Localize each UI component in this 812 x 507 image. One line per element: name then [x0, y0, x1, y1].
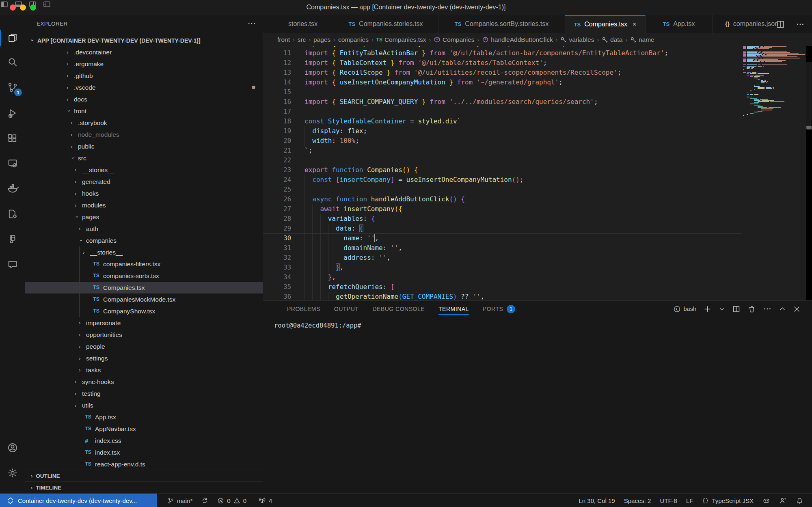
code-line-14[interactable]: 14import { useInsertOneCompanyMutation }…: [263, 78, 742, 87]
section-outline[interactable]: OUTLINE: [25, 470, 263, 482]
tree-item-settings[interactable]: settings: [25, 352, 263, 364]
status-language-mode[interactable]: TypeScript JSX: [698, 494, 758, 507]
tree-item-index-tsx[interactable]: TSindex.tsx: [25, 447, 263, 458]
chevron-up-icon[interactable]: [779, 305, 786, 313]
code-line-30[interactable]: 30 name: '',: [263, 233, 742, 243]
split-panel-icon[interactable]: [732, 305, 741, 313]
tab-companies-sortby-stories-tsx[interactable]: TSCompanies.sortBy.stories.tsx: [438, 15, 565, 33]
code-line-28[interactable]: 28 variables: {: [263, 214, 742, 224]
code-line-23[interactable]: 23export function Companies() {: [263, 165, 742, 175]
code-line-25[interactable]: 25: [263, 185, 742, 194]
code-line-33[interactable]: 33 },: [263, 263, 742, 272]
more-icon[interactable]: [763, 304, 772, 313]
code-line-20[interactable]: 20 width: 100%;: [263, 136, 742, 146]
breadcrumb-item-pages[interactable]: pages: [313, 36, 330, 43]
activity-comments[interactable]: [0, 255, 25, 274]
close-icon[interactable]: [793, 305, 801, 313]
status-feedback[interactable]: [775, 494, 791, 507]
tree-item-companies[interactable]: companies: [25, 235, 263, 246]
code-line-13[interactable]: 13import { RecoilScope } from '@/ui/util…: [263, 68, 742, 78]
code-line-15[interactable]: 15: [263, 87, 742, 97]
tree-item--stories-[interactable]: __stories__: [25, 164, 263, 176]
panel-tab-problems[interactable]: PROBLEMS: [287, 301, 320, 317]
split-editor-icon[interactable]: [775, 19, 785, 29]
chevron-down-icon[interactable]: [719, 306, 725, 312]
code-line-31[interactable]: 31 domainName: '',: [263, 243, 742, 253]
status-copilot[interactable]: [758, 494, 775, 507]
trash-icon[interactable]: [747, 305, 756, 313]
breadcrumb-item-name[interactable]: name: [630, 36, 654, 43]
tree-item-generated[interactable]: generated: [25, 176, 263, 188]
tree-item-appnavbar-tsx[interactable]: TSAppNavbar.tsx: [25, 423, 263, 435]
tree-item-companyshow-tsx[interactable]: TSCompanyShow.tsx: [25, 305, 263, 317]
breadcrumb-item-companies[interactable]: Companies: [434, 36, 474, 43]
tree-item--storybook[interactable]: .storybook: [25, 117, 263, 129]
tree-item-pages[interactable]: pages: [25, 211, 263, 223]
tree-item-auth[interactable]: auth: [25, 223, 263, 235]
code-line-36[interactable]: 36 getOperationName(GET_COMPANIES) ?? ''…: [263, 292, 742, 300]
tree-item-node-modules[interactable]: node_modules: [25, 129, 263, 140]
tree-item-hooks[interactable]: hooks: [25, 188, 263, 199]
status-indentation[interactable]: Spaces: 2: [620, 494, 656, 507]
code-line-29[interactable]: 29 data: {: [263, 224, 742, 233]
tree-item-modules[interactable]: modules: [25, 199, 263, 211]
branch-status[interactable]: main*: [163, 494, 197, 507]
tree-item-impersonate[interactable]: impersonate: [25, 317, 263, 329]
activity-settings[interactable]: [0, 463, 25, 483]
tree-item-opportunities[interactable]: opportunities: [25, 329, 263, 341]
problems-status[interactable]: 00: [213, 494, 251, 507]
sync-button[interactable]: [197, 494, 213, 507]
code-line-12[interactable]: 12import { TableContext } from '@/ui/tab…: [263, 58, 742, 68]
tree-item-testing[interactable]: testing: [25, 388, 263, 399]
activity-explorer[interactable]: [0, 28, 25, 47]
tree-item-companiesmockmode-tsx[interactable]: TSCompaniesMockMode.tsx: [25, 293, 263, 305]
tree-item--devcontainer[interactable]: .devcontainer: [25, 46, 263, 58]
workspace-section-header[interactable]: APP [CONTAINER DEV-TWENTY-DEV (DEV-TWENT…: [25, 36, 263, 46]
activity-remote-explorer[interactable]: [0, 154, 25, 173]
tree-item-utils[interactable]: utils: [25, 399, 263, 411]
activity-search[interactable]: [0, 52, 25, 72]
status-eol[interactable]: LF: [682, 494, 698, 507]
code-line-24[interactable]: 24 const [insertCompany] = useInsertOneC…: [263, 175, 742, 185]
tree-item-tasks[interactable]: tasks: [25, 364, 263, 376]
breadcrumb-item-variables[interactable]: variables: [560, 36, 594, 43]
tree-item-companies-filters-tsx[interactable]: TScompanies-filters.tsx: [25, 258, 263, 270]
breadcrumb-item-src[interactable]: src: [298, 36, 306, 43]
code-line-16[interactable]: 16import { SEARCH_COMPANY_QUERY } from '…: [263, 97, 742, 107]
tree-item-index-css[interactable]: #index.css: [25, 435, 263, 447]
activity-rest-client[interactable]: [0, 204, 25, 224]
close-icon[interactable]: ×: [633, 21, 636, 28]
status-notifications[interactable]: [791, 494, 808, 507]
tree-item-people[interactable]: people: [25, 341, 263, 352]
tree-item-companies-tsx[interactable]: TSCompanies.tsx: [25, 282, 263, 293]
tree-item-src[interactable]: src: [25, 152, 263, 164]
tab-companies-stories-tsx[interactable]: TSCompanies.stories.tsx: [333, 15, 438, 33]
tab-app-tsx[interactable]: TSApp.tsx: [646, 15, 713, 33]
editor-scrollbar[interactable]: [806, 46, 812, 300]
activity-source-control[interactable]: 1: [0, 78, 25, 97]
code-line-19[interactable]: 19 display: flex;: [263, 126, 742, 136]
panel-tab-debug-console[interactable]: DEBUG CONSOLE: [372, 301, 425, 317]
activity-run-debug[interactable]: [0, 104, 25, 123]
tree-item-companies-sorts-tsx[interactable]: TScompanies-sorts.tsx: [25, 270, 263, 282]
breadcrumb-item-companies-tsx[interactable]: TSCompanies.tsx: [376, 36, 426, 43]
remote-indicator[interactable]: Container dev-twenty-dev (dev-twenty-dev…: [0, 494, 157, 507]
terminal-prompt[interactable]: root@0a42ecd84891:/app#: [274, 322, 361, 329]
panel-tab-output[interactable]: OUTPUT: [334, 301, 359, 317]
tree-item--ergomake[interactable]: .ergomake: [25, 58, 263, 70]
shell-selector[interactable]: bash: [673, 305, 696, 313]
minimap[interactable]: [742, 46, 806, 300]
tree-item--github[interactable]: .github: [25, 70, 263, 82]
activity-docker[interactable]: [0, 179, 25, 198]
forwarded-ports[interactable]: 4: [254, 494, 276, 507]
window-close-button[interactable]: [10, 4, 16, 11]
status-encoding[interactable]: UTF-8: [655, 494, 682, 507]
more-icon[interactable]: [796, 19, 805, 29]
tree-item-sync-hooks[interactable]: sync-hooks: [25, 376, 263, 388]
tree-item--stories-[interactable]: __stories__: [25, 246, 263, 258]
code-line-11[interactable]: 11import { EntityTableActionBar } from '…: [263, 48, 742, 58]
code-line-21[interactable]: 21`;: [263, 146, 742, 155]
activity-figma[interactable]: [0, 229, 25, 249]
explorer-more-actions-icon[interactable]: ⋯: [248, 18, 256, 28]
panel-tab-terminal[interactable]: TERMINAL: [438, 301, 469, 317]
